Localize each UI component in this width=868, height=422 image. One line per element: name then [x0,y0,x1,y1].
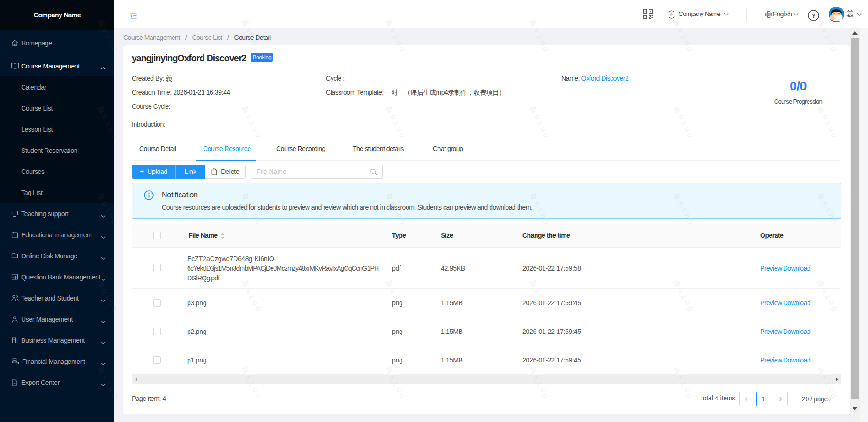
svg-text:¥: ¥ [812,12,815,19]
svg-text:企: 企 [670,12,674,17]
